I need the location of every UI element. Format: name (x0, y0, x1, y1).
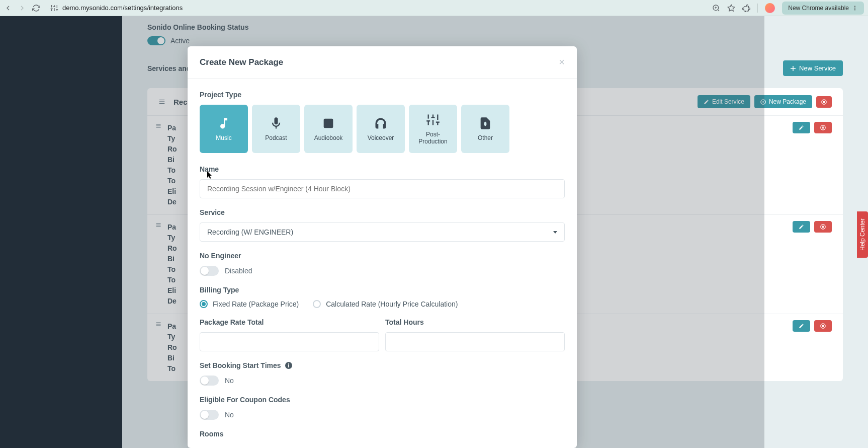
delete-package-button[interactable] (814, 320, 832, 332)
no-engineer-label: No Engineer (200, 252, 565, 260)
close-icon[interactable]: × (559, 56, 565, 68)
info-icon[interactable]: i (285, 362, 292, 369)
radio-icon (313, 300, 321, 308)
booking-start-toggle[interactable] (200, 376, 219, 386)
billing-type-label: Billing Type (200, 286, 565, 294)
bookmark-icon[interactable] (727, 4, 735, 12)
pencil-icon (799, 323, 804, 329)
service-select[interactable]: Recording (W/ ENGINEER) (200, 222, 565, 242)
help-center-tab[interactable]: Help Center (857, 211, 868, 258)
svg-point-14 (854, 6, 855, 7)
svg-point-15 (854, 8, 855, 9)
radio-icon (200, 300, 208, 308)
edit-package-button[interactable] (793, 320, 810, 332)
music-icon (217, 116, 231, 130)
booking-start-label: Set Booking Start Times (200, 361, 281, 369)
site-settings-icon (50, 4, 58, 12)
project-type-postprod[interactable]: Post-Production (409, 105, 457, 153)
project-type-voiceover[interactable]: Voiceover (357, 105, 405, 153)
name-label: Name (200, 165, 565, 173)
edit-package-button[interactable] (793, 122, 810, 133)
chrome-update-button[interactable]: New Chrome available (782, 2, 864, 15)
pencil-icon (799, 224, 804, 230)
delete-package-button[interactable] (814, 221, 832, 233)
main-content: Sonido Online Booking Status Active Serv… (122, 16, 868, 448)
svg-point-16 (854, 9, 855, 10)
project-type-music[interactable]: Music (200, 105, 248, 153)
pencil-icon (799, 125, 804, 130)
close-circle-icon (820, 125, 826, 130)
back-icon[interactable] (4, 4, 12, 12)
browser-toolbar: demo.mysonido.com/settings/integrations … (0, 0, 868, 16)
profile-avatar[interactable] (765, 3, 775, 13)
new-service-button[interactable]: New Service (783, 60, 843, 76)
svg-line-10 (718, 10, 719, 11)
name-input[interactable] (200, 179, 565, 198)
package-rate-input[interactable] (200, 332, 379, 351)
modal-overlay: Create New Package × Project Type Music … (122, 16, 764, 448)
booking-start-state: No (225, 377, 234, 385)
close-circle-icon (821, 99, 827, 105)
billing-calculated-radio[interactable]: Calculated Rate (Hourly Price Calculatio… (313, 300, 458, 308)
reload-icon[interactable] (32, 4, 40, 12)
url-text: demo.mysonido.com/settings/integrations (62, 4, 183, 12)
no-engineer-state: Disabled (225, 267, 252, 275)
close-circle-icon (820, 224, 826, 230)
svg-marker-13 (728, 5, 735, 11)
modal-title: Create New Package (200, 57, 283, 67)
forward-icon[interactable] (18, 4, 26, 12)
total-hours-input[interactable] (385, 332, 565, 351)
file-audio-icon (478, 116, 492, 130)
coupon-toggle[interactable] (200, 410, 219, 420)
project-type-other[interactable]: Other (461, 105, 509, 153)
book-icon (321, 116, 335, 130)
address-bar[interactable]: demo.mysonido.com/settings/integrations (46, 4, 706, 12)
edit-package-button[interactable] (793, 221, 810, 233)
project-type-audiobook[interactable]: Audiobook (304, 105, 353, 153)
zoom-icon[interactable] (712, 4, 720, 12)
project-type-label: Project Type (200, 91, 565, 99)
billing-fixed-radio[interactable]: Fixed Rate (Package Price) (200, 300, 299, 308)
coupon-state: No (225, 411, 234, 419)
plus-icon (790, 65, 796, 71)
close-circle-icon (820, 323, 826, 329)
extensions-icon[interactable] (742, 4, 750, 12)
microphone-icon (269, 116, 283, 130)
headphones-icon (374, 116, 388, 130)
caret-down-icon (553, 231, 557, 234)
total-hours-label: Total Hours (385, 318, 565, 326)
more-icon (852, 5, 858, 11)
delete-package-button[interactable] (814, 122, 832, 133)
create-package-modal: Create New Package × Project Type Music … (188, 46, 577, 448)
delete-service-button[interactable] (816, 96, 832, 108)
package-rate-label: Package Rate Total (200, 318, 379, 326)
no-engineer-toggle[interactable] (200, 266, 219, 276)
sliders-icon (426, 113, 440, 127)
service-label: Service (200, 208, 565, 216)
project-type-podcast[interactable]: Podcast (252, 105, 300, 153)
coupon-label: Eligible For Coupon Codes (200, 396, 565, 404)
rooms-label: Rooms (200, 430, 565, 438)
